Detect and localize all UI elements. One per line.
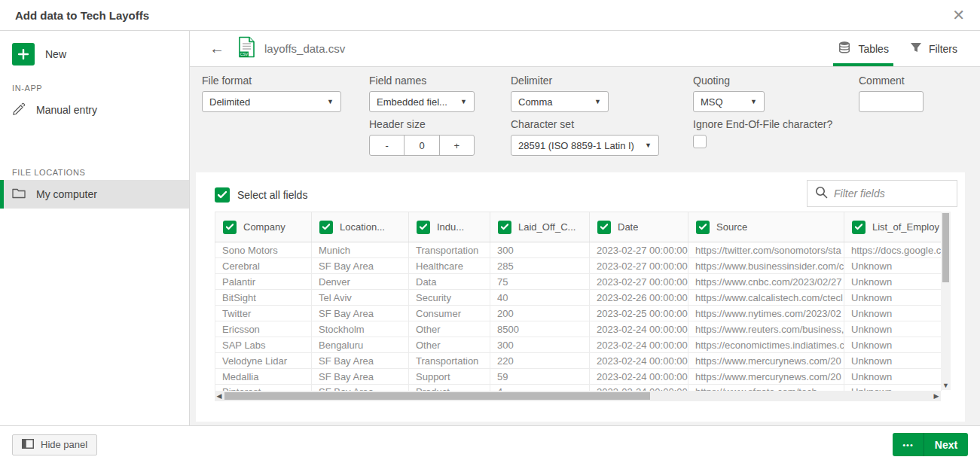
cell: Data bbox=[409, 274, 490, 290]
vertical-scrollbar[interactable]: ▼ bbox=[941, 212, 951, 390]
header-size-decrement[interactable]: - bbox=[370, 136, 404, 155]
file-settings: File format Delimited ▼ Field names Embe… bbox=[190, 67, 980, 172]
tab-label: Tables bbox=[858, 43, 888, 55]
header-size-increment[interactable]: + bbox=[439, 136, 474, 155]
tab-tables[interactable]: Tables bbox=[827, 31, 899, 66]
dialog-titlebar: Add data to Tech Layoffs ✕ bbox=[0, 0, 980, 31]
check-icon bbox=[855, 224, 862, 230]
filename: layoffs_data.csv bbox=[264, 42, 345, 55]
cell: 2023-02-24 00:00:00 bbox=[590, 369, 688, 385]
filter-fields-box bbox=[807, 180, 957, 207]
cell: Ericsson bbox=[215, 321, 312, 337]
vertical-scroll-thumb[interactable] bbox=[942, 213, 949, 282]
sidebar-item-my-computer[interactable]: My computer bbox=[0, 180, 189, 209]
cell: 2023-02-26 00:00:00 bbox=[590, 290, 688, 306]
hide-panel-button[interactable]: Hide panel bbox=[12, 434, 97, 455]
column-checkbox[interactable] bbox=[223, 221, 237, 234]
sidebar-item-manual-entry[interactable]: Manual entry bbox=[0, 96, 189, 124]
back-arrow-icon[interactable]: ← bbox=[209, 40, 224, 57]
cell: 200 bbox=[490, 306, 590, 321]
column-label: Source bbox=[716, 221, 747, 233]
cell: Security bbox=[409, 290, 490, 306]
header-size-stepper: - 0 + bbox=[369, 135, 475, 156]
plus-icon bbox=[12, 43, 35, 65]
cell: https://economictimes.indiatimes.c bbox=[688, 337, 844, 353]
delimiter-value: Comma bbox=[518, 96, 553, 108]
cell: Bengaluru bbox=[312, 337, 409, 353]
chevron-down-icon: ▼ bbox=[327, 98, 334, 105]
column-checkbox[interactable] bbox=[696, 221, 710, 234]
chevron-down-icon: ▼ bbox=[645, 142, 652, 149]
cell: Healthcare bbox=[409, 258, 490, 274]
cell: 8500 bbox=[490, 321, 590, 337]
search-icon bbox=[815, 186, 828, 202]
tab-label: Filters bbox=[929, 43, 957, 55]
cell: https://www.nytimes.com/2023/02 bbox=[688, 306, 844, 321]
sidebar-item-label: Manual entry bbox=[36, 104, 97, 116]
horizontal-scroll-thumb[interactable] bbox=[224, 392, 650, 400]
column-checkbox[interactable] bbox=[597, 221, 611, 234]
chevron-down-icon: ▼ bbox=[460, 98, 467, 105]
ignore-eof-checkbox[interactable] bbox=[693, 135, 707, 148]
cell: https://www.calcalistech.com/ctecl bbox=[688, 290, 844, 306]
close-icon[interactable]: ✕ bbox=[952, 8, 965, 23]
section-label-in-app: IN-APP bbox=[0, 73, 189, 96]
horizontal-scrollbar[interactable]: ◀ ▶ bbox=[215, 391, 941, 401]
next-button[interactable]: Next bbox=[924, 433, 968, 456]
file-format-value: Delimited bbox=[209, 96, 250, 108]
scroll-right-icon[interactable]: ▶ bbox=[932, 391, 941, 401]
sidebar: New IN-APP Manual entry FILE LOCATIONS M… bbox=[0, 31, 190, 425]
pencil-icon bbox=[12, 102, 26, 118]
filter-fields-input[interactable] bbox=[834, 187, 949, 200]
new-button-label: New bbox=[45, 48, 66, 60]
chevron-down-icon: ▼ bbox=[750, 98, 757, 105]
tab-filters[interactable]: Filters bbox=[899, 31, 968, 66]
quoting-value: MSQ bbox=[701, 96, 723, 108]
cell: Unknown bbox=[844, 337, 942, 353]
cell: Support bbox=[409, 369, 490, 385]
cell: Transportation bbox=[409, 353, 490, 369]
file-format-dropdown[interactable]: Delimited ▼ bbox=[202, 91, 341, 112]
cell: https://www.reuters.com/business, bbox=[688, 321, 844, 337]
cell: Product bbox=[409, 385, 490, 391]
select-all-checkbox[interactable] bbox=[215, 187, 230, 203]
cell: Unknown bbox=[844, 321, 942, 337]
cell: BitSight bbox=[215, 290, 312, 306]
scroll-left-icon[interactable]: ◀ bbox=[215, 391, 224, 401]
column-checkbox[interactable] bbox=[498, 221, 511, 234]
check-icon bbox=[218, 191, 227, 199]
new-button[interactable]: New bbox=[0, 31, 189, 73]
cell: Other bbox=[409, 321, 490, 337]
cell: 2023-02-27 00:00:00 bbox=[590, 258, 688, 274]
scroll-down-icon[interactable]: ▼ bbox=[941, 382, 951, 389]
delimiter-dropdown[interactable]: Comma ▼ bbox=[511, 91, 609, 112]
check-icon bbox=[420, 224, 427, 230]
cell: 2023-02-24 00:00:00 bbox=[590, 337, 688, 353]
comment-input[interactable] bbox=[859, 91, 924, 112]
more-options-button[interactable]: ••• bbox=[893, 433, 924, 456]
cell: Sono Motors bbox=[215, 242, 312, 258]
cell: Transportation bbox=[409, 242, 490, 258]
column-checkbox[interactable] bbox=[417, 221, 430, 234]
table-row: Velodyne LidarSF Bay AreaTransportation2… bbox=[215, 353, 942, 369]
quoting-dropdown[interactable]: MSQ ▼ bbox=[693, 91, 765, 112]
database-icon bbox=[838, 41, 851, 56]
header-size-value[interactable]: 0 bbox=[404, 136, 438, 155]
column-header: List_of_Employ bbox=[844, 212, 942, 242]
column-label: Date bbox=[618, 221, 638, 233]
cell: Tel Aviv bbox=[312, 290, 409, 306]
cell: https://docs.google.c bbox=[844, 242, 942, 258]
cell: Unknown bbox=[844, 274, 942, 290]
cell: Unknown bbox=[844, 353, 942, 369]
column-checkbox[interactable] bbox=[852, 221, 866, 234]
cell: https://www.mercurynews.com/20 bbox=[688, 353, 844, 369]
column-checkbox[interactable] bbox=[319, 221, 333, 234]
field-names-dropdown[interactable]: Embedded fiel... ▼ bbox=[369, 91, 475, 112]
character-set-dropdown[interactable]: 28591 (ISO 8859-1 Latin I) ▼ bbox=[511, 135, 659, 156]
cell: 285 bbox=[490, 258, 590, 274]
add-data-dialog: Add data to Tech Layoffs ✕ New IN-APP Ma… bbox=[0, 0, 980, 463]
column-header: Date bbox=[590, 212, 688, 242]
cell: 300 bbox=[490, 242, 590, 258]
select-all-fields[interactable]: Select all fields bbox=[215, 187, 307, 203]
check-icon bbox=[600, 224, 608, 230]
